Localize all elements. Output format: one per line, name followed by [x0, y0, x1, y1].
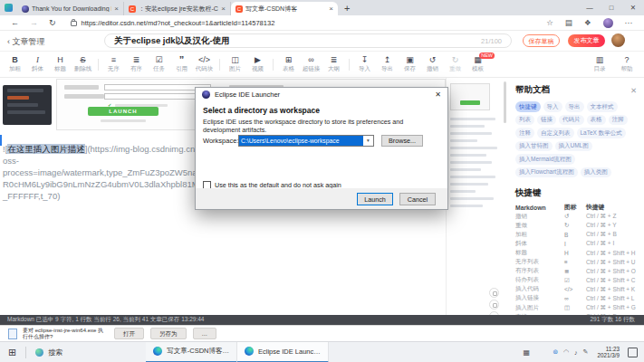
help-tag-pill[interactable]: 文本样式	[587, 101, 618, 112]
help-tag-pill[interactable]: 自定义列表	[537, 128, 574, 138]
tray-volume-icon[interactable]: ♪	[574, 349, 578, 356]
download-save-as-button[interactable]: 另存为	[150, 328, 187, 339]
taskbar-clock[interactable]: 11:23 2021/3/9	[597, 346, 620, 358]
taskbar-search[interactable]: 搜索	[35, 348, 62, 357]
download-more-button[interactable]: …	[193, 328, 217, 339]
back-to-articles-link[interactable]: ‹ 文章管理	[7, 36, 45, 48]
toolbar-button[interactable]: B 加粗	[4, 55, 26, 73]
toolbar-button[interactable]: ≣ 有序	[125, 55, 148, 73]
help-tag-pill[interactable]: 导出	[565, 101, 584, 112]
toolbar-button[interactable]: ≣ 大纲	[322, 55, 345, 73]
dialog-close-icon[interactable]: ✕	[435, 90, 441, 99]
collections-icon[interactable]: ▤	[565, 18, 572, 27]
toolbar-button[interactable]: ” 引用	[170, 55, 193, 73]
help-tag-pill[interactable]: 注脚	[609, 115, 628, 126]
browser-tab[interactable]: C 写文章-CSDN博客 ×	[231, 2, 338, 15]
refresh-icon[interactable]: ↻	[49, 18, 56, 27]
float-refresh-button[interactable]	[489, 288, 499, 298]
download-open-button[interactable]: 打开	[114, 328, 144, 339]
help-tag-pill[interactable]: 插入Mermaid流程图	[515, 154, 575, 165]
toolbar-button[interactable]: ≡ 无序	[102, 55, 125, 73]
toolbar-button[interactable]: ∞ 超链接	[300, 55, 322, 73]
url-text[interactable]: https://editor.csdn.net/md?not_checkout=…	[82, 19, 275, 27]
maximize-button[interactable]: □	[601, 0, 622, 15]
tab-close-icon[interactable]: ×	[114, 5, 119, 13]
article-title-input[interactable]: 关于eclipse jdk以及汉化-使用 21/100	[104, 33, 512, 48]
browse-button[interactable]: Browse...	[381, 135, 423, 147]
toolbar-button[interactable]: ▦ 模板 NEW	[466, 55, 489, 73]
taskbar-app-button[interactable]: 写文章-CSDN博客…	[146, 342, 236, 362]
toolbar-button[interactable]: ▶ 视频	[246, 55, 269, 73]
toolbar-button[interactable]: ⊞ 表格	[277, 55, 300, 73]
taskbar-app-button[interactable]: Eclipse IDE Launc…	[236, 342, 329, 362]
toolbar-button[interactable]: ? 帮助	[613, 55, 640, 73]
help-tag-pill[interactable]: 插入甘特图	[515, 141, 553, 152]
help-tag-pill[interactable]: 快捷键	[515, 101, 541, 112]
toolbar-button[interactable]: </> 代码块	[193, 55, 216, 73]
help-tag-pill[interactable]: 插入Flowchart流程图	[515, 167, 578, 178]
launch-button[interactable]: Launch	[357, 193, 393, 205]
address-bar: ← → ↻ https://editor.csdn.net/md?not_che…	[0, 15, 644, 31]
help-tag-pill[interactable]: 导入	[543, 101, 562, 112]
close-button[interactable]: ✕	[622, 0, 644, 15]
user-avatar[interactable]	[611, 33, 625, 47]
favorites-star-icon[interactable]: ☆	[546, 18, 553, 27]
tray-widget-icon[interactable]: ▦	[524, 348, 531, 357]
help-tag-pill[interactable]: 插入UML图	[555, 141, 592, 152]
cancel-button[interactable]: Cancel	[399, 193, 436, 205]
toolbar-button[interactable]: ↻ 重做	[444, 55, 466, 73]
toolbar-button[interactable]: ▥ 目录	[586, 55, 613, 73]
toolbar-button-label: 目录	[586, 65, 613, 73]
help-tag-pill[interactable]: 表格	[587, 115, 606, 126]
toolbar-button-label: 代码块	[193, 65, 216, 73]
start-button[interactable]: ⊞	[8, 347, 16, 358]
tray-network-icon[interactable]: ◠	[563, 348, 569, 356]
toolbar-button[interactable]: H 标题	[49, 55, 72, 73]
help-close-icon[interactable]: ✕	[630, 86, 637, 95]
address-bar-actions: ☆ ▤ ❖ ⋯	[546, 18, 644, 28]
save-draft-button[interactable]: 保存草稿	[523, 34, 560, 47]
browser-menu-icon[interactable]: ⋯	[625, 18, 633, 27]
browser-tab[interactable]: C ：安装eclipse jre安装教程-CSDN… ×	[124, 2, 231, 15]
notification-center-icon[interactable]	[628, 348, 638, 357]
toolbar-button[interactable]: S 删除线	[72, 55, 94, 73]
dialog-title-bar[interactable]: Eclipse IDE Launcher ✕	[196, 88, 447, 101]
workspace-value[interactable]: C:\Users\Lenovo\eclipse-workspace	[239, 136, 363, 146]
tab-close-icon[interactable]: ×	[221, 5, 226, 13]
help-tag-pill[interactable]: 列表	[515, 115, 534, 126]
toolbar-button[interactable]	[273, 59, 274, 71]
browser-profile-avatar[interactable]	[603, 18, 613, 28]
toolbar-button[interactable]: I 斜体	[26, 55, 49, 73]
back-icon[interactable]: ←	[11, 18, 19, 27]
editor-caret	[0, 135, 2, 146]
help-tag-pill[interactable]: LaTeX 数学公式	[577, 128, 626, 138]
help-tag-pill[interactable]: 插入类图	[581, 167, 611, 178]
tab-close-icon[interactable]: ×	[329, 5, 333, 13]
download-message: 要对 eclipse-inst-jre-win64.exe 执行什么操作?	[23, 328, 108, 340]
toolbar-button[interactable]: ↺ 撤销	[421, 55, 444, 73]
toolbar-button-icon: ▥	[586, 55, 613, 65]
help-tag-pill[interactable]: 链接	[537, 115, 556, 126]
toolbar-button[interactable]: ◫ 图片	[224, 55, 246, 73]
help-tag-pill[interactable]: 注释	[515, 128, 534, 138]
toolbar-button[interactable]: ↥ 导出	[376, 55, 399, 73]
publish-button[interactable]: 发布文章	[568, 34, 605, 47]
minimize-button[interactable]: —	[579, 0, 601, 15]
workspace-combobox[interactable]: C:\Users\Lenovo\eclipse-workspace ▾	[238, 135, 374, 147]
new-tab-button[interactable]: +	[344, 3, 350, 14]
toolbar-button[interactable]: ☑ 任务	[148, 55, 170, 73]
forward-icon[interactable]: →	[30, 18, 38, 27]
toolbar-button[interactable]	[219, 59, 220, 71]
guide-icon[interactable]: ❖	[584, 18, 591, 27]
help-tag-pill[interactable]: 代码片	[559, 115, 584, 126]
browser-tab[interactable]: Thank You for Downloading Ecl… ×	[17, 2, 124, 15]
toolbar-button[interactable]	[349, 59, 350, 71]
float-comment-button[interactable]	[489, 300, 499, 310]
preview-scrollbar[interactable]	[504, 81, 506, 123]
tray-bluetooth-icon[interactable]: ⊚	[553, 348, 558, 356]
toolbar-button[interactable]	[98, 59, 99, 71]
combo-dropdown-icon[interactable]: ▾	[363, 136, 373, 146]
tray-pen-icon[interactable]: ✎	[583, 348, 589, 356]
toolbar-button[interactable]: ▣ 保存	[399, 55, 421, 73]
toolbar-button[interactable]: ↧ 导入	[353, 55, 376, 73]
